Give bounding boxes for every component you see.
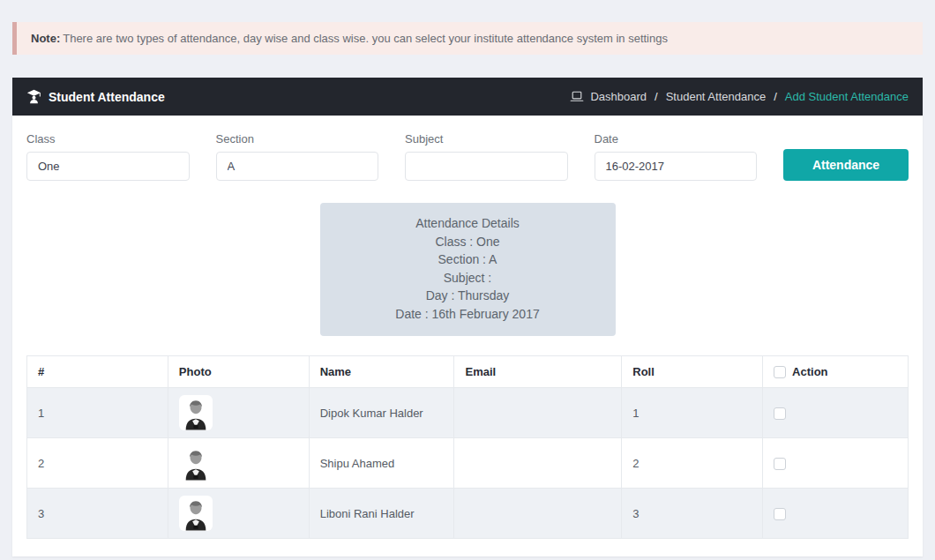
header-action-label: Action: [792, 365, 827, 378]
select-all-checkbox[interactable]: [774, 366, 786, 378]
table-row: 3 Liboni Rani Halder: [27, 489, 909, 539]
date-input[interactable]: [595, 152, 758, 181]
student-avatar: [179, 496, 213, 531]
details-title: Attendance Details: [329, 214, 607, 233]
header-email: Email: [454, 356, 622, 388]
attendance-filter-form: Class Section Subject Date Attendance: [26, 132, 909, 181]
date-label: Date: [595, 132, 758, 146]
students-table: # Photo Name Email Roll Action 1: [26, 355, 909, 539]
breadcrumb-separator: /: [654, 90, 658, 103]
attendance-button[interactable]: Attendance: [783, 149, 909, 181]
laptop-icon: [570, 91, 584, 102]
row-roll: 1: [622, 388, 763, 438]
section-label: Section: [216, 132, 379, 146]
class-field-group: Class: [26, 132, 190, 181]
row-name: Dipok Kumar Halder: [309, 388, 454, 438]
student-avatar: [179, 445, 213, 481]
table-row: 1 Dipok Kumar Halder: [27, 388, 909, 438]
details-section: Section : A: [329, 250, 607, 269]
row-action-cell: [763, 489, 909, 539]
subject-label: Subject: [405, 132, 568, 146]
class-label: Class: [26, 132, 190, 146]
section-field-group: Section: [216, 132, 379, 181]
row-index: 3: [27, 489, 168, 539]
panel-body: Class Section Subject Date Attendance At…: [12, 116, 923, 556]
row-email: [454, 489, 622, 539]
attendance-checkbox[interactable]: [774, 508, 786, 520]
page-title: Student Attendance: [26, 89, 165, 104]
subject-input[interactable]: [405, 152, 568, 181]
note-text: There are two types of attendance, day w…: [63, 32, 668, 45]
graduate-person-icon: [26, 89, 41, 104]
note-prefix: Note:: [31, 32, 60, 45]
header-roll: Roll: [622, 356, 763, 388]
breadcrumb-dashboard[interactable]: Dashboard: [590, 90, 647, 103]
panel-header: Student Attendance Dashboard / Student A…: [12, 78, 923, 116]
row-email: [454, 438, 622, 489]
page-title-text: Student Attendance: [49, 90, 165, 104]
attendance-button-col: Attendance: [783, 132, 909, 181]
header-photo: Photo: [168, 356, 309, 388]
attendance-details-box: Attendance Details Class : One Section :…: [320, 203, 616, 336]
attendance-checkbox[interactable]: [774, 458, 786, 470]
row-name: Liboni Rani Halder: [309, 489, 454, 539]
row-name: Shipu Ahamed: [309, 438, 454, 489]
class-input[interactable]: [26, 152, 190, 181]
row-index: 2: [27, 438, 168, 489]
row-roll: 3: [622, 489, 763, 539]
section-input[interactable]: [216, 152, 379, 181]
details-class: Class : One: [329, 233, 607, 251]
note-alert: Note:There are two types of attendance, …: [12, 22, 923, 55]
row-photo-cell: [168, 388, 309, 438]
table-header-row: # Photo Name Email Roll Action: [27, 356, 909, 388]
row-photo-cell: [168, 438, 309, 489]
row-roll: 2: [622, 438, 763, 489]
details-date: Date : 16th February 2017: [329, 305, 607, 324]
attendance-checkbox[interactable]: [774, 407, 786, 420]
details-day: Day : Thursday: [329, 287, 607, 305]
breadcrumb-separator: /: [774, 90, 777, 103]
student-avatar: [179, 395, 213, 430]
row-email: [454, 388, 622, 438]
student-attendance-panel: Student Attendance Dashboard / Student A…: [12, 78, 923, 556]
table-row: 2 Shipu Ahamed: [27, 438, 909, 489]
header-action: Action: [763, 356, 909, 388]
breadcrumb-add-student-attendance[interactable]: Add Student Attendance: [785, 90, 909, 103]
breadcrumb: Dashboard / Student Attendance / Add Stu…: [570, 90, 909, 103]
details-subject: Subject :: [329, 269, 607, 287]
row-action-cell: [763, 438, 909, 489]
date-field-group: Date: [595, 132, 758, 181]
subject-field-group: Subject: [405, 132, 568, 181]
row-photo-cell: [168, 489, 309, 539]
header-hash: #: [27, 356, 168, 388]
row-action-cell: [763, 388, 909, 438]
row-index: 1: [27, 388, 168, 438]
breadcrumb-student-attendance[interactable]: Student Attendance: [666, 90, 766, 103]
header-name: Name: [309, 356, 454, 388]
